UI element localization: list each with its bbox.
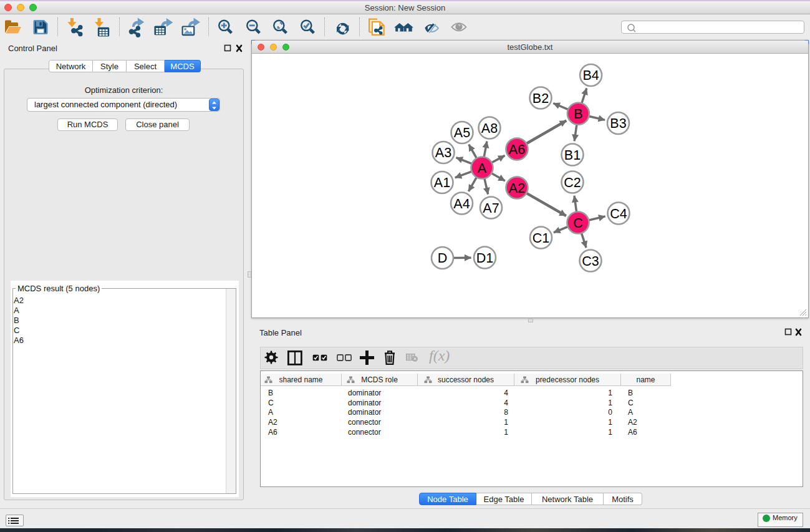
svg-text:f(x): f(x) (429, 347, 450, 364)
svg-text:C1: C1 (533, 231, 549, 246)
svg-text:D: D (438, 251, 448, 266)
svg-text:A6: A6 (509, 142, 525, 157)
svg-text:A4: A4 (453, 196, 470, 211)
svg-text:B3: B3 (610, 116, 626, 131)
svg-text:C2: C2 (564, 175, 581, 190)
svg-text:A7: A7 (483, 201, 499, 216)
svg-text:B: B (574, 107, 582, 122)
svg-text:B1: B1 (564, 148, 581, 163)
svg-text:B2: B2 (533, 91, 549, 106)
svg-text:C3: C3 (582, 254, 599, 269)
svg-text:A1: A1 (434, 175, 450, 190)
svg-text:A8: A8 (481, 121, 498, 136)
svg-text:B4: B4 (582, 68, 599, 83)
svg-text:A5: A5 (454, 125, 470, 140)
svg-text:C: C (573, 216, 583, 231)
svg-text:A: A (478, 161, 487, 176)
svg-text:A2: A2 (509, 181, 525, 196)
svg-text:C4: C4 (610, 206, 627, 221)
svg-text:A3: A3 (435, 145, 451, 160)
svg-text:D1: D1 (476, 251, 493, 266)
